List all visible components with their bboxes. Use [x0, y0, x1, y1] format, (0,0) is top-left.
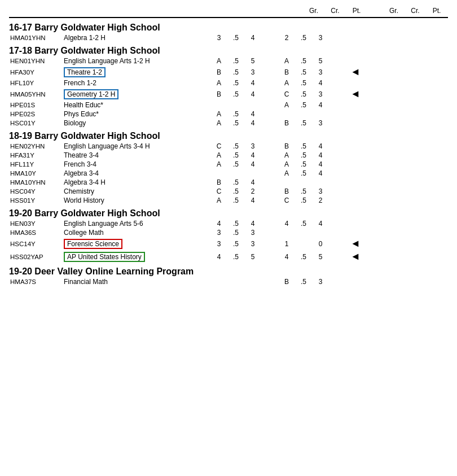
data-cell: .5: [295, 187, 312, 195]
data-cell: B: [278, 119, 295, 127]
data-cell: .5: [295, 57, 312, 65]
data-cell: 5: [312, 253, 329, 261]
sem2-data: B.53: [278, 278, 346, 286]
course-name: College Math: [64, 229, 210, 237]
course-name: Biology: [64, 119, 210, 127]
sem2-data: A.55: [278, 57, 346, 65]
course-name: English Language Arts 1-2 H: [64, 57, 210, 65]
data-cell: A: [210, 151, 227, 159]
course-code: HMA01YHN: [10, 34, 64, 41]
sem2-data: C.53: [278, 90, 346, 98]
table-row: HFL10YFrench 1-2A.54A.54: [9, 78, 448, 88]
data-cell: 4: [312, 169, 329, 177]
data-cell: A: [278, 57, 295, 65]
data-cell: .5: [227, 253, 244, 261]
data-cell: .5: [227, 110, 244, 118]
school-header: 16-17 Barry Goldwater High School: [9, 23, 448, 33]
data-cell: 4: [278, 220, 295, 228]
data-cell: 5: [244, 253, 261, 261]
data-cell: .5: [295, 278, 312, 286]
table-row: HMA01YHNAlgebra 1-2 H3.542.53: [9, 33, 448, 42]
course-code: HEN02YHN: [10, 143, 64, 150]
data-cell: 5: [244, 57, 261, 65]
data-cell: 3: [312, 187, 329, 195]
data-cell: 2: [278, 34, 295, 42]
data-cell: A: [278, 151, 295, 159]
course-name: English Language Arts 5-6: [64, 220, 210, 228]
arrow-indicator-icon: ◄: [350, 88, 361, 100]
data-cell: 4: [244, 160, 261, 168]
data-cell: A: [278, 169, 295, 177]
course-code: HFA31Y: [10, 152, 64, 159]
data-cell: 4: [244, 34, 261, 42]
school-header: 18-19 Barry Goldwater High School: [9, 131, 448, 141]
data-cell: 3: [244, 240, 261, 248]
arrow-indicator-icon: ◄: [350, 66, 361, 78]
data-cell: 4: [312, 220, 329, 228]
course-name: Algebra 3-4 H: [64, 178, 210, 186]
course-name: AP United States History: [64, 253, 210, 261]
data-cell: A: [210, 110, 227, 118]
data-cell: [295, 240, 312, 248]
table-row: HMA05YHNGeometry 1-2 HB.54C.53◄: [9, 88, 448, 101]
left-arrow-icon: ◄: [350, 251, 361, 263]
data-cell: C: [210, 187, 227, 195]
sem1-data: A.54: [210, 151, 278, 159]
course-code: HFA30Y: [10, 69, 64, 76]
table-row: HMA10YHNAlgebra 3-4 HB.54: [9, 178, 448, 187]
data-cell: .5: [227, 57, 244, 65]
data-cell: C: [210, 142, 227, 150]
course-code: HMA05YHN: [10, 91, 64, 98]
data-cell: A: [210, 160, 227, 168]
data-cell: 1: [278, 240, 295, 248]
sem1-data: B.54: [210, 90, 278, 98]
data-cell: .5: [295, 79, 312, 87]
data-cell: .5: [295, 142, 312, 150]
course-name: Phys Educ*: [64, 110, 210, 118]
course-code: HFL11Y: [10, 161, 64, 168]
data-cell: B: [278, 68, 295, 76]
transcript-container: Gr. Cr. Pt. Gr. Cr. Pt. 16-17 Barry Gold…: [9, 6, 448, 286]
school-header: 19-20 Barry Goldwater High School: [9, 208, 448, 219]
course-name: Algebra 1-2 H: [64, 34, 210, 42]
course-name: Chemistry: [64, 187, 210, 195]
course-name: Forensic Science: [64, 240, 210, 248]
data-cell: B: [278, 278, 295, 286]
data-cell: 3: [312, 34, 329, 42]
data-cell: B: [210, 68, 227, 76]
sem2-data: 4.54: [278, 220, 346, 228]
data-cell: A: [210, 79, 227, 87]
sem1-data: A.55: [210, 57, 278, 65]
course-name-boxed-blue: Theatre 1-2: [64, 67, 106, 77]
table-row: HFA31YTheatre 3-4A.54A.54: [9, 151, 448, 160]
table-row: HEN02YHNEnglish Language Arts 3-4 HC.53B…: [9, 142, 448, 151]
data-cell: .5: [295, 160, 312, 168]
arrow-indicator-icon: ◄: [350, 238, 361, 250]
school-header: 19-20 Deer Valley Online Learning Progra…: [9, 267, 448, 277]
course-code: HFL10Y: [10, 80, 64, 86]
data-cell: .5: [295, 151, 312, 159]
data-cell: 4: [244, 119, 261, 127]
course-code: HPE02S: [10, 111, 64, 117]
data-cell: .5: [227, 178, 244, 186]
data-cell: 4: [244, 220, 261, 228]
table-row: HFA30YTheatre 1-2B.53B.53◄: [9, 65, 448, 78]
data-cell: 3: [210, 34, 227, 42]
data-cell: 3: [244, 142, 261, 150]
course-code: HSC01Y: [10, 120, 64, 126]
sem1-data: 3.54: [210, 34, 278, 42]
arrow-indicator-icon: ◄: [350, 251, 361, 263]
table-row: HMA10YAlgebra 3-4A.54: [9, 169, 448, 178]
data-cell: .5: [227, 68, 244, 76]
sem2-data: A.54: [278, 151, 346, 159]
sem1-cr-header: Cr.: [329, 7, 341, 15]
data-cell: .5: [227, 142, 244, 150]
data-cell: 4: [312, 151, 329, 159]
sem1-data: 4.55: [210, 253, 278, 261]
data-cell: .5: [295, 101, 312, 109]
data-cell: .5: [227, 151, 244, 159]
table-row: HSS01YWorld HistoryA.54C.52: [9, 196, 448, 205]
data-cell: 3: [312, 119, 329, 127]
course-code: HMA10Y: [10, 170, 64, 177]
sem1-col-headers: Gr. Cr. Pt.: [308, 7, 362, 15]
